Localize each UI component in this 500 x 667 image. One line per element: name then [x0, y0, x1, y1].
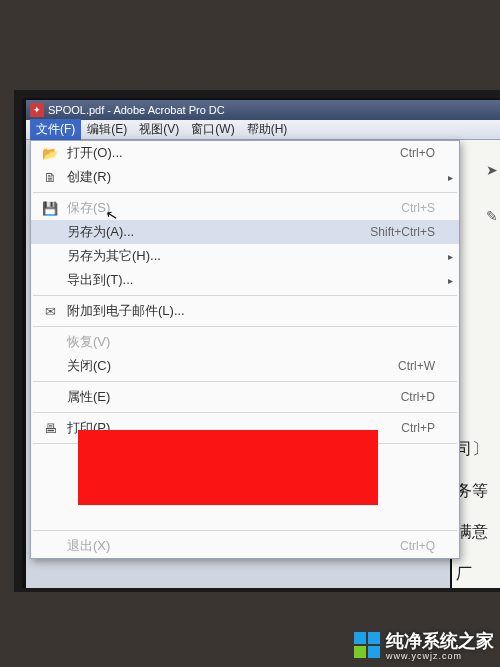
menu-item-shortcut: Ctrl+W	[398, 359, 441, 373]
menu-item[interactable]: 另存为(A)...Shift+Ctrl+S	[31, 220, 459, 244]
menu-view[interactable]: 视图(V)	[133, 119, 185, 140]
watermark-url: www.ycwjz.com	[386, 651, 494, 661]
redaction-block	[78, 430, 378, 505]
chevron-right-icon: ▸	[441, 275, 453, 286]
window-title: SPOOL.pdf - Adobe Acrobat Pro DC	[48, 104, 225, 116]
menu-item-shortcut: Ctrl+S	[401, 201, 441, 215]
doc-text-line: 满意厂	[456, 511, 496, 588]
menu-item[interactable]: 导出到(T)...▸	[31, 268, 459, 292]
folder-open-icon: 📂	[37, 146, 63, 161]
menu-item[interactable]: ✉附加到电子邮件(L)...	[31, 299, 459, 323]
save-icon: 💾	[37, 201, 63, 216]
menu-item: 💾保存(S)Ctrl+S	[31, 196, 459, 220]
monitor-frame: ✦ SPOOL.pdf - Adobe Acrobat Pro DC 文件(F)…	[14, 90, 500, 592]
menu-item[interactable]: 属性(E)Ctrl+D	[31, 385, 459, 409]
menu-item: 恢复(V)	[31, 330, 459, 354]
menu-item-label: 另存为其它(H)...	[63, 247, 435, 265]
menu-item: 退出(X)Ctrl+Q	[31, 534, 459, 558]
menu-item-shortcut: Ctrl+O	[400, 146, 441, 160]
menu-file[interactable]: 文件(F)	[30, 119, 81, 140]
create-icon: 🗎	[37, 170, 63, 185]
menu-item-shortcut: Ctrl+Q	[400, 539, 441, 553]
print-icon: 🖶	[37, 421, 63, 436]
menu-window[interactable]: 窗口(W)	[185, 119, 240, 140]
chevron-right-icon: ▸	[441, 172, 453, 183]
title-bar: ✦ SPOOL.pdf - Adobe Acrobat Pro DC	[26, 100, 500, 120]
menu-item-shortcut: Ctrl+P	[401, 421, 441, 435]
watermark-brand: 纯净系统之家	[386, 629, 494, 653]
menu-item-label: 关闭(C)	[63, 357, 398, 375]
edit-tool-icon[interactable]: ✎	[486, 198, 498, 234]
doc-text-line: 务等	[456, 470, 496, 512]
menu-item-label: 打开(O)...	[63, 144, 400, 162]
menu-item-label: 恢复(V)	[63, 333, 435, 351]
mail-icon: ✉	[37, 304, 63, 319]
watermark-logo-icon	[354, 632, 380, 658]
chevron-right-icon: ▸	[441, 251, 453, 262]
menu-item-label: 附加到电子邮件(L)...	[63, 302, 435, 320]
menu-item-shortcut: Shift+Ctrl+S	[370, 225, 441, 239]
menu-item-label: 另存为(A)...	[63, 223, 370, 241]
menu-help[interactable]: 帮助(H)	[241, 119, 294, 140]
menu-edit[interactable]: 编辑(E)	[81, 119, 133, 140]
menu-item-label: 导出到(T)...	[63, 271, 435, 289]
menu-item[interactable]: 关闭(C)Ctrl+W	[31, 354, 459, 378]
cursor-tool-icon[interactable]: ➤	[486, 152, 498, 188]
menu-separator	[33, 326, 457, 327]
menu-separator	[33, 530, 457, 531]
menu-item-label: 保存(S)	[63, 199, 401, 217]
pdf-app-icon: ✦	[30, 103, 44, 117]
menu-bar: 文件(F) 编辑(E) 视图(V) 窗口(W) 帮助(H)	[26, 120, 500, 140]
menu-item-label: 退出(X)	[63, 537, 400, 555]
watermark: 纯净系统之家 www.ycwjz.com	[354, 629, 494, 661]
menu-separator	[33, 295, 457, 296]
menu-item[interactable]: 📂打开(O)...Ctrl+O	[31, 141, 459, 165]
doc-text-line: 司〕	[456, 428, 496, 470]
menu-separator	[33, 412, 457, 413]
menu-item[interactable]: 另存为其它(H)...▸	[31, 244, 459, 268]
menu-item-shortcut: Ctrl+D	[401, 390, 441, 404]
menu-item-label: 属性(E)	[63, 388, 401, 406]
menu-item[interactable]: 🗎创建(R)▸	[31, 165, 459, 189]
menu-separator	[33, 192, 457, 193]
menu-separator	[33, 381, 457, 382]
menu-item-label: 创建(R)	[63, 168, 435, 186]
right-toolbar: ➤ ✎	[486, 140, 498, 235]
screen-area: ✦ SPOOL.pdf - Adobe Acrobat Pro DC 文件(F)…	[26, 100, 500, 588]
